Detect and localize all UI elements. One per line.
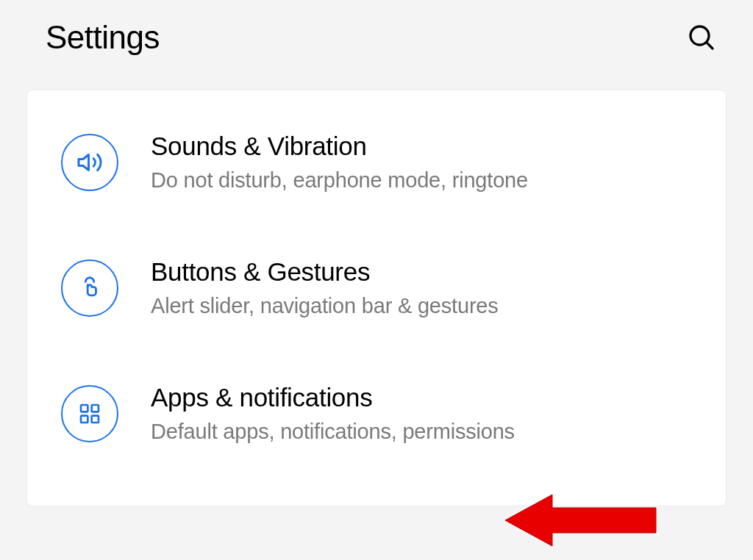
buttons-title: Buttons & Gestures [151, 257, 499, 287]
sounds-text: Sounds & Vibration Do not disturb, earph… [151, 132, 528, 193]
apps-text: Apps & notifications Default apps, notif… [151, 383, 515, 444]
svg-rect-6 [92, 415, 99, 422]
gesture-icon [77, 276, 102, 301]
search-icon [687, 23, 716, 52]
svg-marker-7 [505, 495, 656, 546]
buttons-subtitle: Alert slider, navigation bar & gestures [151, 294, 499, 318]
svg-rect-5 [81, 415, 88, 422]
page-title: Settings [46, 19, 160, 56]
svg-marker-2 [79, 154, 89, 170]
sounds-title: Sounds & Vibration [151, 132, 528, 161]
settings-item-sounds[interactable]: Sounds & Vibration Do not disturb, earph… [27, 114, 726, 210]
apps-subtitle: Default apps, notifications, permissions [151, 420, 515, 444]
apps-icon-circle [61, 385, 118, 442]
settings-item-buttons[interactable]: Buttons & Gestures Alert slider, navigat… [27, 240, 726, 336]
apps-grid-icon [78, 402, 101, 426]
settings-item-apps[interactable]: Apps & notifications Default apps, notif… [27, 365, 726, 462]
svg-rect-4 [92, 405, 99, 412]
buttons-icon-circle [61, 259, 118, 317]
apps-title: Apps & notifications [151, 383, 515, 412]
sounds-icon-circle [61, 134, 118, 191]
svg-line-1 [707, 43, 713, 49]
red-arrow-annotation [505, 487, 667, 553]
speaker-icon [76, 149, 103, 176]
settings-header: Settings [0, 0, 753, 75]
sounds-subtitle: Do not disturb, earphone mode, ringtone [151, 168, 528, 193]
svg-rect-3 [81, 405, 88, 412]
buttons-text: Buttons & Gestures Alert slider, navigat… [151, 257, 499, 318]
settings-list-card: Sounds & Vibration Do not disturb, earph… [26, 90, 727, 506]
search-button[interactable] [685, 21, 718, 54]
